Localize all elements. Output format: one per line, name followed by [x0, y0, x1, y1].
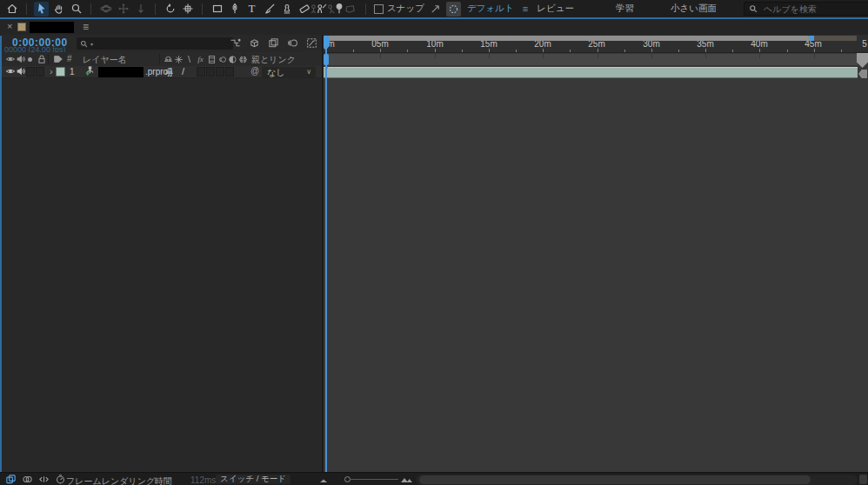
- help-search-box[interactable]: [744, 2, 868, 16]
- workspace-tab-learn[interactable]: 学習: [616, 3, 634, 15]
- layer-quality-switch[interactable]: /: [182, 66, 184, 76]
- motion-blur-icon[interactable]: [287, 37, 298, 49]
- layer-switch-cell[interactable]: [206, 67, 215, 76]
- vertical-scrollbar-thumb[interactable]: [857, 53, 868, 68]
- horizontal-scrollbar-thumb[interactable]: [419, 475, 811, 484]
- app-toolbar: T スナップ: [0, 0, 868, 17]
- layer-label-swatch[interactable]: [56, 67, 65, 76]
- puppet-option-bend-pin-icon: [324, 2, 339, 17]
- layer-switch-cell[interactable]: [216, 67, 224, 76]
- timeline-panel-tab-bar: × ≡: [0, 19, 868, 36]
- snap-label: スナップ: [387, 3, 424, 15]
- work-area-bar[interactable]: [327, 36, 809, 41]
- quality-column-icon[interactable]: \: [184, 54, 194, 64]
- composition-name-redacted[interactable]: [30, 22, 74, 33]
- render-time-value: 112ms: [190, 475, 216, 485]
- fx-column-icon[interactable]: fx: [195, 55, 206, 63]
- toolbar-separator: [365, 3, 366, 15]
- hand-tool-icon[interactable]: [51, 2, 66, 17]
- parent-pickwhip-icon[interactable]: @: [250, 66, 259, 76]
- render-time-pane-toggle-icon[interactable]: [55, 474, 66, 485]
- orbit-camera-tool-icon[interactable]: [98, 2, 113, 17]
- layer-lock-cell[interactable]: [36, 67, 44, 76]
- playhead-line[interactable]: [325, 50, 327, 472]
- layer-switch-cell[interactable]: [197, 67, 205, 76]
- zoom-in-mountains-icon[interactable]: [400, 475, 413, 483]
- snap-to-features-icon[interactable]: [446, 2, 461, 17]
- parent-link-column-header[interactable]: 親とリンク: [251, 54, 296, 66]
- layer-name-redacted[interactable]: [98, 67, 144, 77]
- pan-camera-tool-icon[interactable]: [116, 2, 130, 17]
- adjustment-layer-column-icon[interactable]: [228, 55, 237, 64]
- in-out-panes-toggle-icon[interactable]: [38, 474, 50, 485]
- timeline-track-area: 0m 05m 10m 15m 20m 25m 30m 35m 40m 45m 5: [324, 35, 868, 472]
- layer-duration-bar[interactable]: [324, 67, 858, 78]
- lock-column-icon[interactable]: [37, 54, 47, 64]
- layer-switches-pane-toggle-icon[interactable]: [5, 474, 17, 485]
- pen-tool-icon[interactable]: [227, 2, 242, 17]
- rotation-tool-icon[interactable]: [163, 2, 177, 17]
- type-tool-icon[interactable]: T: [244, 2, 259, 17]
- rectangle-tool-icon[interactable]: [210, 2, 224, 17]
- layer-switch-cell[interactable]: [225, 67, 234, 76]
- layer-audio-icon[interactable]: [16, 66, 26, 76]
- home-icon[interactable]: [4, 2, 19, 17]
- toolbar-separator: [155, 3, 156, 15]
- snap-checkbox[interactable]: スナップ: [374, 3, 424, 15]
- index-column-header[interactable]: #: [67, 54, 72, 63]
- zoom-tool-icon[interactable]: [69, 2, 83, 17]
- parent-dropdown-value: なし: [267, 67, 284, 79]
- eye-column-icon[interactable]: [5, 54, 16, 64]
- workspace-tab-review[interactable]: レビュー: [537, 3, 574, 15]
- search-options-chevron-icon[interactable]: ▾: [90, 41, 93, 47]
- track-header-strip: [324, 54, 858, 65]
- frame-blend-column-icon[interactable]: [207, 55, 217, 64]
- mini-flowchart-icon[interactable]: [230, 37, 241, 49]
- solo-column-icon[interactable]: [28, 57, 32, 62]
- transfer-controls-pane-toggle-icon[interactable]: [22, 474, 33, 485]
- column-separator: [159, 54, 160, 64]
- panel-close-icon[interactable]: ×: [7, 21, 12, 31]
- workspace-tab-default[interactable]: デフォルト: [467, 3, 514, 15]
- motion-blur-column-icon[interactable]: [217, 55, 227, 64]
- layer-solo-cell[interactable]: [26, 67, 35, 76]
- time-navigator-tail[interactable]: [814, 36, 857, 41]
- workspace-menu-icon[interactable]: ≡: [523, 3, 528, 14]
- brush-tool-icon[interactable]: [262, 2, 277, 17]
- graph-editor-icon[interactable]: [306, 37, 317, 49]
- comp-marker-bin-icon[interactable]: [858, 70, 867, 78]
- layer-index: 1: [70, 67, 75, 76]
- selection-tool-icon[interactable]: [34, 2, 49, 17]
- shy-column-icon[interactable]: [164, 55, 173, 64]
- dolly-camera-tool-icon[interactable]: [133, 2, 148, 17]
- parent-dropdown[interactable]: なし ∨: [262, 67, 316, 77]
- help-search-input[interactable]: [762, 3, 852, 15]
- workspace-tab-small-screen[interactable]: 小さい画面: [671, 3, 717, 15]
- ruler-label: 5: [862, 39, 867, 49]
- playhead-handle[interactable]: [324, 54, 329, 65]
- frame-blending-icon[interactable]: [268, 37, 279, 49]
- layer-eye-icon[interactable]: [5, 66, 16, 76]
- timeline-search-box[interactable]: ▾: [77, 37, 233, 50]
- search-icon: [80, 40, 88, 48]
- audio-column-icon[interactable]: [16, 54, 26, 64]
- after-effects-window: T スナップ: [0, 0, 868, 485]
- scrollbar-corner[interactable]: [859, 475, 867, 484]
- layer-row[interactable]: › 1 .prproj] / @ なし ∨: [2, 66, 324, 78]
- snap-checkbox-box[interactable]: [374, 4, 384, 14]
- pan-behind-anchor-tool-icon[interactable]: [180, 2, 195, 17]
- switches-modes-button[interactable]: スイッチ / モード: [216, 475, 290, 484]
- snap-indicator-arrow-icon[interactable]: [428, 2, 443, 17]
- clone-stamp-tool-icon[interactable]: [279, 2, 294, 17]
- label-column-icon[interactable]: [53, 54, 63, 64]
- layer-shy-switch-icon[interactable]: [164, 67, 174, 76]
- search-icon: [749, 4, 758, 13]
- layer-name-column-header[interactable]: レイヤー名: [83, 54, 127, 66]
- zoom-out-mountain-icon[interactable]: [318, 476, 329, 483]
- collapse-transformations-column-icon[interactable]: [174, 55, 184, 64]
- draft-3d-icon[interactable]: [249, 37, 260, 49]
- layer-expand-chevron[interactable]: ›: [50, 66, 53, 76]
- timeline-zoom-slider-track[interactable]: [350, 479, 398, 480]
- panel-menu-icon[interactable]: ≡: [83, 21, 89, 33]
- timeline-left-pane: 0:00:00:00 00000 (24.00 fps) ▾: [2, 35, 324, 472]
